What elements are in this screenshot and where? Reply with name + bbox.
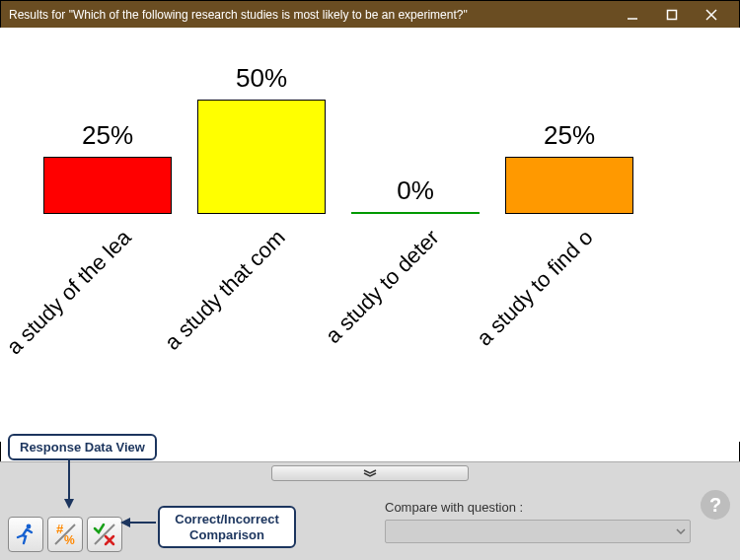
help-icon: ?	[709, 494, 721, 517]
compare-with-question-select[interactable]	[385, 520, 691, 543]
category-label: a study that com	[147, 225, 291, 369]
bar-rect	[505, 157, 633, 214]
bar-rect	[197, 100, 326, 214]
category-label: a study to find o	[455, 225, 599, 369]
minimize-button[interactable]	[613, 1, 652, 29]
correct-incorrect-comparison-button[interactable]	[87, 517, 122, 552]
bar-rect	[351, 212, 480, 214]
category-label: a study to deter	[301, 225, 445, 369]
chart-bar-3: 0%	[351, 175, 480, 214]
hash-percent-icon: # %	[52, 522, 78, 547]
chart-bar-1: 25%	[43, 120, 172, 214]
callout-correct-incorrect: Correct/Incorrect Comparison	[158, 506, 296, 548]
svg-rect-1	[668, 11, 677, 20]
running-person-icon	[13, 522, 38, 547]
run-button[interactable]	[8, 517, 43, 552]
svg-text:%: %	[64, 533, 75, 547]
chart-area: 25% 50% 0% 25% a study of the lea a stud…	[0, 28, 740, 442]
bar-value-label: 25%	[505, 120, 633, 151]
category-label: a study of the lea	[0, 225, 136, 369]
tool-row: # %	[8, 517, 122, 552]
window-title: Results for "Which of the following rese…	[9, 8, 613, 22]
bar-value-label: 25%	[43, 120, 172, 151]
response-data-view-button[interactable]: # %	[47, 517, 83, 552]
check-x-icon	[92, 522, 117, 547]
bar-value-label: 50%	[197, 63, 326, 94]
chart-bar-2: 50%	[197, 63, 326, 214]
svg-text:#: #	[56, 522, 64, 536]
chevron-down-icon	[362, 468, 378, 478]
collapse-handle[interactable]	[271, 465, 469, 481]
compare-with-question-label: Compare with question :	[385, 500, 523, 515]
callout-response-data-view: Response Data View	[8, 434, 157, 460]
bar-value-label: 0%	[351, 175, 480, 206]
maximize-button[interactable]	[652, 1, 692, 29]
bar-rect	[43, 157, 172, 214]
chart-bar-4: 25%	[505, 120, 633, 214]
title-bar: Results for "Which of the following rese…	[1, 1, 739, 29]
help-button[interactable]: ?	[701, 490, 730, 520]
svg-point-6	[27, 525, 32, 529]
footer-toolbar: ? Compare with question : # %	[0, 461, 740, 560]
close-button[interactable]	[692, 1, 731, 29]
chevron-down-icon	[676, 528, 686, 534]
